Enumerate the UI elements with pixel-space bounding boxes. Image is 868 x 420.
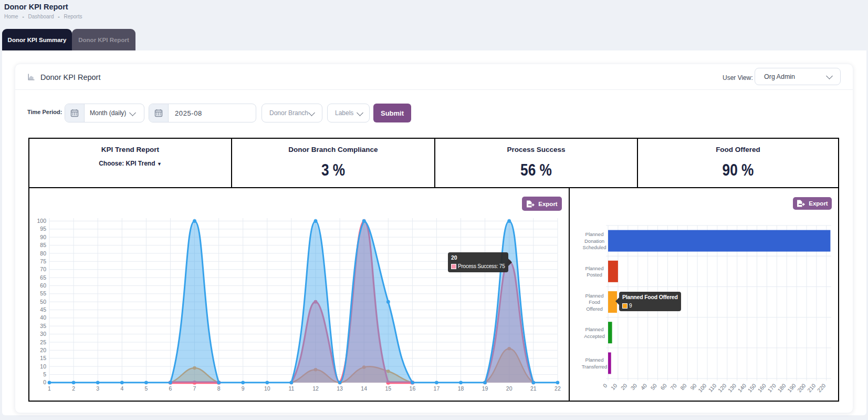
svg-text:100: 100 <box>37 218 46 224</box>
svg-text:13: 13 <box>337 385 343 392</box>
svg-text:220: 220 <box>816 382 827 393</box>
svg-text:200: 200 <box>796 382 807 393</box>
svg-text:19: 19 <box>482 385 488 392</box>
svg-text:45: 45 <box>40 306 46 313</box>
svg-text:1: 1 <box>48 385 51 392</box>
svg-text:18: 18 <box>458 385 464 392</box>
svg-text:100: 100 <box>697 382 708 393</box>
svg-text:21: 21 <box>530 385 537 392</box>
svg-text:50: 50 <box>40 299 46 305</box>
svg-text:Transferred: Transferred <box>582 364 608 370</box>
svg-text:90: 90 <box>40 234 46 240</box>
svg-text:2: 2 <box>72 385 75 392</box>
svg-text:Scheduled: Scheduled <box>583 244 606 250</box>
svg-text:35: 35 <box>40 323 46 329</box>
svg-text:80: 80 <box>40 250 46 257</box>
svg-text:Food: Food <box>589 299 600 305</box>
svg-text:Planned: Planned <box>585 326 604 332</box>
svg-text:60: 60 <box>659 382 668 391</box>
svg-text:22: 22 <box>555 385 561 392</box>
svg-text:7: 7 <box>193 385 196 392</box>
svg-text:Planned: Planned <box>585 357 604 363</box>
svg-text:80: 80 <box>679 382 688 391</box>
svg-text:120: 120 <box>717 382 728 393</box>
svg-text:9: 9 <box>242 385 245 392</box>
svg-text:25: 25 <box>40 339 46 345</box>
svg-text:Accepted: Accepted <box>584 333 605 339</box>
svg-text:10: 10 <box>40 363 46 370</box>
svg-text:15: 15 <box>385 385 391 392</box>
svg-text:5: 5 <box>144 385 148 392</box>
svg-text:20: 20 <box>40 347 46 353</box>
svg-text:95: 95 <box>40 226 46 232</box>
svg-text:150: 150 <box>746 382 757 393</box>
svg-text:55: 55 <box>40 290 46 296</box>
svg-text:Offered: Offered <box>586 306 603 312</box>
svg-text:85: 85 <box>40 242 46 248</box>
svg-text:160: 160 <box>756 382 767 393</box>
svg-text:190: 190 <box>786 382 797 393</box>
svg-text:70: 70 <box>669 382 678 391</box>
svg-text:14: 14 <box>361 385 367 392</box>
svg-text:10: 10 <box>610 382 619 391</box>
svg-text:20: 20 <box>620 382 629 391</box>
svg-text:30: 30 <box>40 331 46 337</box>
svg-text:0: 0 <box>43 379 46 385</box>
svg-text:40: 40 <box>40 314 46 321</box>
svg-text:5: 5 <box>43 371 46 377</box>
svg-text:50: 50 <box>649 382 658 391</box>
svg-text:16: 16 <box>410 385 416 392</box>
svg-text:4: 4 <box>120 385 123 392</box>
svg-text:17: 17 <box>434 385 440 392</box>
svg-text:170: 170 <box>766 382 777 393</box>
svg-text:30: 30 <box>629 382 638 391</box>
svg-text:20: 20 <box>506 385 513 392</box>
svg-text:75: 75 <box>40 258 46 264</box>
svg-text:15: 15 <box>40 355 46 361</box>
svg-text:130: 130 <box>727 382 738 393</box>
svg-text:Donation: Donation <box>584 238 604 244</box>
svg-text:65: 65 <box>40 274 46 281</box>
svg-text:3: 3 <box>96 385 99 392</box>
svg-text:12: 12 <box>312 385 319 392</box>
svg-text:6: 6 <box>169 385 172 392</box>
svg-text:90: 90 <box>689 382 698 391</box>
svg-text:60: 60 <box>40 282 46 289</box>
svg-text:Planned: Planned <box>585 265 604 271</box>
svg-text:40: 40 <box>639 382 648 391</box>
svg-text:Planned: Planned <box>585 293 604 299</box>
svg-text:Planned: Planned <box>585 231 604 237</box>
svg-text:Posted: Posted <box>587 272 602 278</box>
svg-text:210: 210 <box>806 382 817 393</box>
svg-text:180: 180 <box>776 382 787 393</box>
svg-text:10: 10 <box>264 385 270 392</box>
svg-text:11: 11 <box>288 385 294 392</box>
svg-text:110: 110 <box>707 382 717 393</box>
svg-text:70: 70 <box>40 266 46 272</box>
svg-text:140: 140 <box>736 382 747 393</box>
svg-text:8: 8 <box>217 385 221 392</box>
svg-text:0: 0 <box>602 382 609 388</box>
